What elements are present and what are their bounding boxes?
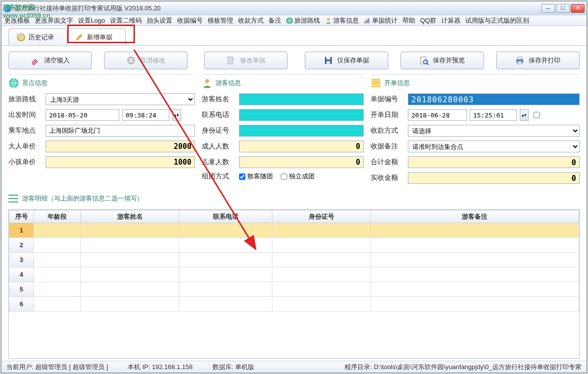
col-seq[interactable]: 序号 bbox=[9, 210, 34, 223]
remark-label: 收据备注 bbox=[371, 142, 405, 151]
time-spinner[interactable]: ▴▾ bbox=[172, 109, 181, 121]
col-age[interactable]: 年龄段 bbox=[34, 210, 81, 223]
guest-name-label: 游客姓名 bbox=[202, 95, 236, 104]
menu-guest-info[interactable]: 游客信息 bbox=[325, 16, 359, 25]
cancel-modify-button[interactable]: 取消修改 bbox=[104, 52, 187, 69]
group-opt1-check[interactable] bbox=[239, 173, 245, 180]
route-label: 旅游路线 bbox=[8, 95, 43, 104]
group-opt2-check[interactable] bbox=[281, 173, 287, 180]
order-date-check[interactable] bbox=[534, 109, 540, 121]
order-time-input[interactable] bbox=[470, 109, 517, 121]
col-id[interactable]: 身份证号 bbox=[272, 210, 371, 223]
table-row[interactable]: 4 bbox=[9, 267, 579, 282]
payment-label: 收款方式 bbox=[371, 126, 405, 135]
depart-time-input[interactable] bbox=[122, 109, 169, 121]
menu-header-setting[interactable]: 抬头设置 bbox=[147, 16, 172, 25]
col-phone[interactable]: 联系电话 bbox=[179, 210, 272, 223]
window-title: 远方旅行社接待单收据打印专家试用版 V2018.05.20 bbox=[14, 4, 541, 13]
tab-history[interactable]: @ 历史记录 bbox=[8, 29, 67, 45]
detail-grid[interactable]: 序号 年龄段 游客姓名 联系电话 身份证号 游客备注 1 2 3 4 5 6 bbox=[8, 209, 580, 359]
order-panel: 开单信息 单据编号 开单日期▴▾ 收款方式请选择 收据备注请准时到达集合点 合计… bbox=[371, 74, 580, 188]
svg-text:@: @ bbox=[18, 33, 24, 40]
tab-strip: @ 历史记录 新增单据 bbox=[1, 26, 587, 46]
content-area: 清空输入 取消修改 修改单据 仅保存单据 保存并预览 保存并打印 景点信息 旅游… bbox=[1, 46, 587, 361]
order-date-input[interactable] bbox=[408, 109, 467, 121]
order-time-spinner[interactable]: ▴▾ bbox=[520, 109, 529, 121]
modify-doc-button[interactable]: 修改单据 bbox=[204, 52, 288, 69]
menu-payment[interactable]: 收款方式 bbox=[238, 16, 264, 25]
minimize-button[interactable]: ─ bbox=[541, 4, 555, 13]
payment-select[interactable]: 请选择 bbox=[408, 125, 580, 137]
group-mode-label: 组团方式 bbox=[202, 172, 236, 181]
svg-rect-2 bbox=[365, 21, 366, 23]
pencil-icon bbox=[75, 33, 84, 42]
menu-trial-vs-full[interactable]: 试用版与正式版的区别 bbox=[465, 16, 529, 25]
col-name[interactable]: 游客姓名 bbox=[81, 210, 179, 223]
menu-template-mgr[interactable]: 模板管理 bbox=[208, 16, 233, 25]
menu-change-ui-text[interactable]: 更改界面文字 bbox=[35, 16, 73, 25]
save-only-button[interactable]: 仅保存单据 bbox=[305, 52, 388, 69]
board-input[interactable] bbox=[46, 125, 195, 137]
guest-id-input[interactable] bbox=[239, 125, 364, 137]
svg-line-15 bbox=[427, 63, 428, 65]
group-opt1[interactable]: 散客随团 bbox=[239, 172, 273, 181]
menu-stats[interactable]: 单据统计 bbox=[364, 16, 398, 25]
menu-set-qrcode[interactable]: 设置二维码 bbox=[110, 16, 142, 25]
svg-rect-18 bbox=[518, 61, 522, 64]
status-dir: 程序目录: D:\tools\桌面\河东软件园\yuanfangpjdy\0_远… bbox=[345, 363, 582, 372]
menu-qq[interactable]: QQ群 bbox=[420, 16, 436, 25]
child-price-input[interactable] bbox=[46, 156, 195, 168]
list-icon bbox=[8, 194, 18, 203]
save-print-button[interactable]: 保存并打印 bbox=[496, 52, 580, 69]
guest-panel: 游客信息 游客姓名 联系电话 身份证号 成人人数 儿童人数 组团方式 散客随团 … bbox=[202, 74, 364, 188]
scenic-title: 景点信息 bbox=[22, 79, 48, 87]
note-icon bbox=[371, 78, 381, 88]
table-row[interactable]: 5 bbox=[9, 282, 579, 297]
menu-remark[interactable]: 备注 bbox=[268, 16, 281, 25]
child-count-input[interactable] bbox=[239, 156, 364, 168]
menu-calc[interactable]: 计算器 bbox=[441, 16, 460, 25]
total-input[interactable] bbox=[408, 156, 580, 168]
guest-phone-input[interactable] bbox=[239, 109, 364, 121]
table-row[interactable]: 2 bbox=[9, 238, 579, 253]
child-count-label: 儿童人数 bbox=[202, 158, 236, 167]
menu-help[interactable]: 帮助 bbox=[402, 16, 415, 25]
adult-count-input[interactable] bbox=[239, 141, 364, 152]
order-code-label: 单据编号 bbox=[371, 95, 405, 104]
person-icon bbox=[202, 78, 213, 88]
tab-new-doc[interactable]: 新增单据 bbox=[67, 29, 126, 45]
route-select[interactable]: 上海3天游 bbox=[46, 93, 195, 105]
paid-input[interactable] bbox=[408, 172, 580, 184]
globe-icon bbox=[8, 78, 19, 88]
edit-doc-icon bbox=[226, 56, 236, 65]
clear-button[interactable]: 清空输入 bbox=[8, 52, 92, 69]
menu-route[interactable]: 旅游路线 bbox=[286, 16, 320, 25]
child-price-label: 小孩单价 bbox=[8, 158, 43, 167]
maximize-button[interactable]: ☐ bbox=[556, 4, 570, 13]
order-date-label: 开单日期 bbox=[371, 111, 405, 119]
svg-rect-21 bbox=[372, 79, 380, 87]
adult-price-input[interactable] bbox=[46, 141, 195, 152]
svg-rect-11 bbox=[326, 57, 330, 59]
eraser-icon bbox=[30, 56, 40, 65]
table-row[interactable]: 1 bbox=[9, 223, 579, 238]
depart-date-input[interactable] bbox=[46, 109, 119, 121]
menu-set-logo[interactable]: 设置Logo bbox=[78, 16, 105, 25]
table-row[interactable]: 6 bbox=[9, 297, 579, 312]
action-toolbar: 清空输入 取消修改 修改单据 仅保存单据 保存并预览 保存并打印 bbox=[8, 50, 580, 71]
group-opt2[interactable]: 独立成团 bbox=[281, 172, 315, 181]
status-db: 数据库: 单机版 bbox=[213, 363, 254, 372]
svg-point-20 bbox=[205, 79, 209, 83]
remark-select[interactable]: 请准时到达集合点 bbox=[408, 141, 580, 152]
close-button[interactable]: ✕ bbox=[571, 4, 585, 13]
svg-rect-17 bbox=[518, 57, 522, 59]
col-remark[interactable]: 游客备注 bbox=[371, 210, 579, 223]
status-bar: 当前用户: 超级管理员 [ 超级管理员 ] 本机 IP: 192.168.1.1… bbox=[1, 361, 587, 373]
status-user: 当前用户: 超级管理员 [ 超级管理员 ] bbox=[6, 363, 108, 372]
menu-receipt-no[interactable]: 收据编号 bbox=[177, 16, 203, 25]
menu-change-template[interactable]: 更改模板 bbox=[4, 16, 30, 25]
table-row[interactable]: 3 bbox=[9, 253, 579, 267]
order-code-input[interactable] bbox=[408, 93, 580, 105]
save-preview-button[interactable]: 保存并预览 bbox=[401, 52, 484, 69]
guest-name-input[interactable] bbox=[239, 93, 364, 105]
